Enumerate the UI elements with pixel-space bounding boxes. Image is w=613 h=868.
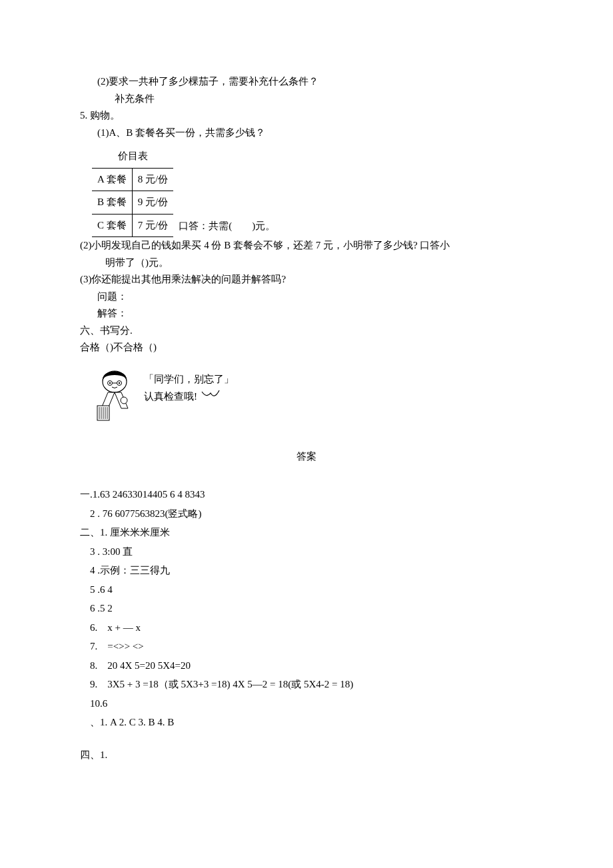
question-4-2-line2: 补充条件	[80, 91, 533, 108]
answer-line: 2 . 76 6077563823(竖式略)	[80, 504, 533, 524]
question-5-1: (1)A、B 套餐各买一份，共需多少钱？	[80, 125, 533, 142]
reminder-box: 「同学们，别忘了」 认真检查哦!	[92, 368, 533, 422]
section-6-options: 合格（)不合格（)	[80, 339, 533, 356]
answer-line: 5 .6 4	[80, 580, 533, 600]
question-4-2-line1: (2)要求一共种了多少棵茄子，需要补充什么条件？	[80, 73, 533, 91]
question-5-title: 5. 购物。	[80, 107, 533, 125]
price-value: 7 元/份	[132, 214, 173, 237]
answer-line: 4 .示例：三三得九	[80, 561, 533, 580]
bubble-line-2: 认真检查哦!	[144, 388, 197, 406]
question-5-3-line3: 解答：	[80, 305, 533, 322]
speech-tail-icon	[201, 388, 220, 406]
section-6-title: 六、书写分.	[80, 322, 533, 340]
answer-line: 9. 3X5 + 3 =18（或 5X3+3 =18) 4X 5—2 = 18(…	[80, 675, 533, 694]
answer-line: 7. =<>> <>	[80, 637, 533, 656]
answers-block: 一.1.63 24633014405 6 4 8343 2 . 76 60775…	[80, 485, 533, 764]
answer-line: 一.1.63 24633014405 6 4 8343	[80, 485, 533, 504]
price-value: 9 元/份	[132, 191, 173, 215]
answer-line	[80, 732, 533, 745]
question-5-3-line1: (3)你还能提出其他用乘法解决的问题并解答吗?	[80, 271, 533, 288]
svg-point-12	[121, 397, 127, 404]
answer-line: 10.6	[80, 694, 533, 713]
question-5-1-answer: 口答：共需( )元。	[173, 218, 275, 238]
price-table-header: 价目表	[92, 145, 173, 168]
question-5-2-line2: 明带了（)元。	[80, 254, 533, 272]
bubble-line-1: 「同学们，别忘了」	[144, 371, 234, 388]
speech-bubble: 「同学们，别忘了」 认真检查哦!	[144, 368, 234, 406]
price-name: A 套餐	[92, 168, 132, 191]
price-table: 价目表 A 套餐 8 元/份 B 套餐 9 元/份 C 套餐 7 元/份	[92, 145, 173, 237]
price-value: 8 元/份	[132, 168, 173, 191]
answer-line: 、1. A 2. C 3. B 4. B	[80, 713, 533, 732]
question-5-3-line2: 问题：	[80, 288, 533, 306]
price-name: B 套餐	[92, 191, 132, 215]
table-row: B 套餐 9 元/份	[92, 191, 173, 215]
question-5-2-line1: (2)小明发现自己的钱如果买 4 份 B 套餐会不够，还差 7 元，小明带了多少…	[80, 237, 533, 254]
answer-line: 6 .5 2	[80, 599, 533, 618]
answer-line: 3 . 3:00 直	[80, 542, 533, 562]
price-name: C 套餐	[92, 214, 132, 237]
answer-line: 8. 20 4X 5=20 5X4=20	[80, 656, 533, 675]
svg-point-5	[119, 382, 120, 383]
student-cartoon-icon	[92, 368, 137, 422]
table-row: A 套餐 8 元/份	[92, 168, 173, 191]
answer-line: 二、1. 厘米米米厘米	[80, 523, 533, 542]
answer-line: 6. x + — x	[80, 618, 533, 638]
answers-heading: 答案	[80, 448, 533, 466]
table-row: C 套餐 7 元/份	[92, 214, 173, 237]
answer-line: 四、1.	[80, 745, 533, 765]
svg-point-4	[109, 382, 111, 383]
